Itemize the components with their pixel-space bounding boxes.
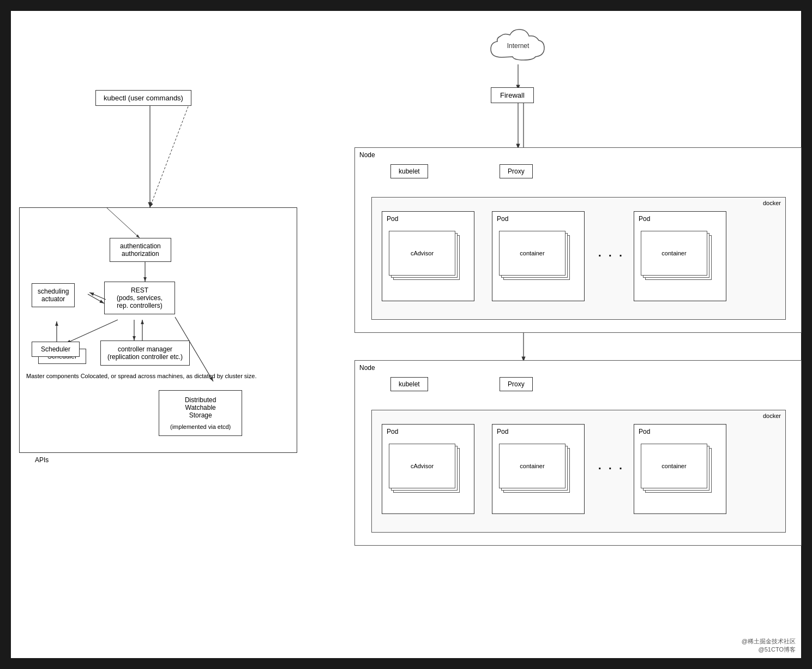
node2-container2-stack: container [499,444,570,495]
internet-cloud: Internet [485,22,551,65]
node2-dots: · · · [598,462,624,475]
storage-box: DistributedWatchableStorage (implemented… [159,390,242,436]
node1-dots: · · · [598,249,624,262]
node1-label: Node [359,151,375,159]
svg-line-33 [107,208,140,238]
scheduling-box: schedulingactuator [32,283,75,307]
node2-pod3: Pod container [634,424,726,514]
auth-box: authenticationauthorization [110,238,171,262]
node2-cadvisor-stack: cAdvisor [389,444,460,495]
scheduler-outer: Scheduler [32,342,80,357]
rest-box: REST(pods, services,rep. controllers) [104,282,175,314]
node1-box: Node kubelet Proxy docker Pod [354,147,802,333]
node2-box: Node kubelet Proxy docker Pod cAdvisor [354,360,802,546]
node1-pod3: Pod container [634,211,726,301]
node2-pod1: Pod cAdvisor [382,424,474,514]
node2-pod2: Pod container [492,424,585,514]
node2-label: Node [359,364,375,372]
node2-docker-label: docker [763,413,781,419]
svg-line-26 [88,294,104,303]
node1-docker-label: docker [763,200,781,206]
master-footer-label: Master components Colocated, or spread a… [26,372,256,381]
svg-text:Internet: Internet [507,42,530,50]
svg-line-22 [150,99,191,207]
node1-docker-box: docker Pod cAdvisor Pod [371,197,786,320]
node1-pod1: Pod cAdvisor [382,211,474,301]
firewall-label: Firewall [500,91,525,99]
master-components-box: APIs authenticationauthorization REST(po… [19,207,297,453]
svg-line-27 [89,292,106,300]
kubectl-box: kubectl (user commands) [95,90,191,106]
node2-proxy: Proxy [500,377,533,391]
kubectl-label: kubectl (user commands) [104,94,183,102]
firewall-box: Firewall [491,87,534,103]
node1-proxy: Proxy [500,164,533,178]
svg-line-29 [66,320,118,343]
node2-docker-box: docker Pod cAdvisor Pod [371,410,786,533]
node1-container3-stack: container [641,231,712,283]
controller-box: controller manager(replication controlle… [100,341,190,366]
node1-pod2: Pod container [492,211,585,301]
node2-container3-stack: container [641,444,712,495]
watermark: @稀土掘金技术社区 @51CTO博客 [742,637,796,654]
node1-cadvisor-stack: cAdvisor [389,231,460,283]
node2-kubelet: kubelet [390,377,428,391]
node1-container2-stack: container [499,231,570,283]
node1-kubelet: kubelet [390,164,428,178]
apis-label: APIs [35,456,49,464]
